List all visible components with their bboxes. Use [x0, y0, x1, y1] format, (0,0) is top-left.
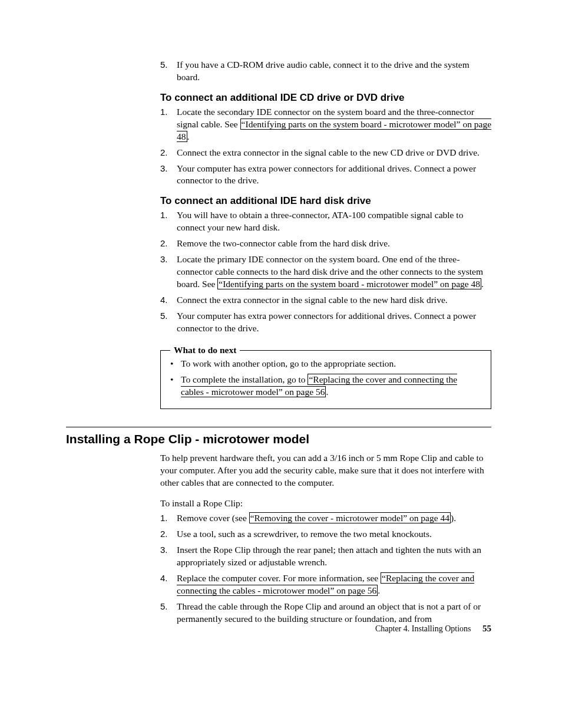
next-list: • To work with another option, go to the… — [170, 358, 481, 398]
list-item: 2. Remove the two-connector cable from t… — [160, 238, 491, 250]
section-title-rope-clip: Installing a Rope Clip - microtower mode… — [66, 432, 491, 446]
bullet-icon: • — [170, 358, 173, 370]
list-text: You will have to obtain a three-connecto… — [177, 210, 463, 232]
footer-page-number: 55 — [482, 624, 491, 633]
list-rope-clip: 1. Remove cover (see “Removing the cover… — [160, 512, 491, 625]
list-number: 2. — [160, 238, 168, 249]
list-text: Insert the Rope Clip through the rear pa… — [177, 545, 481, 567]
list-text: Remove the two-connector cable from the … — [177, 238, 390, 248]
list-item: 3. Insert the Rope Clip through the rear… — [160, 544, 491, 569]
list-text-post: . — [481, 279, 484, 289]
what-to-do-next-box: What to do next • To work with another o… — [160, 350, 491, 410]
list-number: 3. — [160, 253, 168, 265]
heading-hard-disk: To connect an additional IDE hard disk d… — [160, 195, 491, 207]
list-text-post: . — [378, 585, 380, 595]
list-number: 2. — [160, 147, 168, 159]
list-item: 1. You will have to obtain a three-conne… — [160, 209, 491, 234]
list-item: • To work with another option, go to the… — [170, 358, 481, 370]
list-text-post: . — [187, 131, 190, 141]
xref-link[interactable]: “Identifying parts on the system board -… — [217, 278, 481, 289]
section-divider — [66, 427, 491, 427]
bullet-icon: • — [170, 374, 173, 386]
list-item: 2. Connect the extra connector in the si… — [160, 147, 491, 159]
intro-paragraph: To help prevent hardware theft, you can … — [160, 452, 491, 489]
list-item: 3. Locate the primary IDE connector on t… — [160, 253, 491, 291]
list-text-post: ). — [451, 513, 456, 523]
page: 5. If you have a CD-ROM drive audio cabl… — [0, 0, 562, 669]
list-text-pre: To complete the installation, go to — [181, 374, 308, 384]
footer-chapter: Chapter 4. Installing Options — [375, 624, 471, 633]
list-number: 5. — [160, 310, 168, 322]
list-top-continuation: 5. If you have a CD-ROM drive audio cabl… — [160, 59, 491, 84]
box-legend: What to do next — [170, 345, 240, 355]
list-text: Connect the extra connector in the signa… — [177, 295, 448, 305]
heading-cd-dvd: To connect an additional IDE CD drive or… — [160, 92, 491, 104]
list-item: 1. Locate the secondary IDE connector on… — [160, 106, 491, 143]
list-text: To work with another option, go to the a… — [181, 358, 396, 368]
content-column: To help prevent hardware theft, you can … — [160, 452, 491, 625]
list-number: 3. — [160, 544, 168, 556]
list-number: 1. — [160, 106, 168, 118]
list-item: 5. If you have a CD-ROM drive audio cabl… — [160, 59, 491, 84]
list-item: 5. Your computer has extra power connect… — [160, 310, 491, 335]
lead-paragraph: To install a Rope Clip: — [160, 498, 491, 510]
page-footer: Chapter 4. Installing Options 55 — [375, 624, 491, 634]
content-column: 5. If you have a CD-ROM drive audio cabl… — [160, 59, 491, 409]
list-text-pre: Replace the computer cover. For more inf… — [177, 573, 381, 583]
list-text-pre: Remove cover (see — [177, 513, 249, 523]
xref-link[interactable]: “Removing the cover - microtower model” … — [249, 512, 451, 523]
list-cd-dvd: 1. Locate the secondary IDE connector on… — [160, 106, 491, 187]
list-number: 1. — [160, 209, 168, 221]
list-text: Thread the cable through the Rope Clip a… — [177, 601, 481, 624]
list-item: • To complete the installation, go to “R… — [170, 374, 481, 398]
list-hard-disk: 1. You will have to obtain a three-conne… — [160, 209, 491, 334]
list-number: 5. — [160, 59, 168, 71]
list-text: Your computer has extra power connectors… — [177, 163, 476, 186]
list-item: 1. Remove cover (see “Removing the cover… — [160, 512, 491, 525]
list-text-post: . — [326, 387, 328, 397]
list-number: 5. — [160, 601, 168, 612]
list-item: 4. Connect the extra connector in the si… — [160, 294, 491, 307]
list-item: 3. Your computer has extra power connect… — [160, 163, 491, 187]
list-text: Connect the extra connector in the signa… — [177, 147, 480, 157]
list-number: 1. — [160, 512, 168, 524]
list-number: 2. — [160, 528, 168, 540]
list-item: 5. Thread the cable through the Rope Cli… — [160, 601, 491, 625]
list-item: 2. Use a tool, such as a screwdriver, to… — [160, 528, 491, 541]
list-number: 4. — [160, 572, 168, 584]
list-text: Use a tool, such as a screwdriver, to re… — [177, 529, 432, 539]
list-number: 3. — [160, 163, 168, 174]
list-text: Your computer has extra power connectors… — [177, 311, 476, 333]
list-number: 4. — [160, 294, 168, 306]
list-item: 4. Replace the computer cover. For more … — [160, 572, 491, 597]
list-text: If you have a CD-ROM drive audio cable, … — [177, 60, 470, 82]
